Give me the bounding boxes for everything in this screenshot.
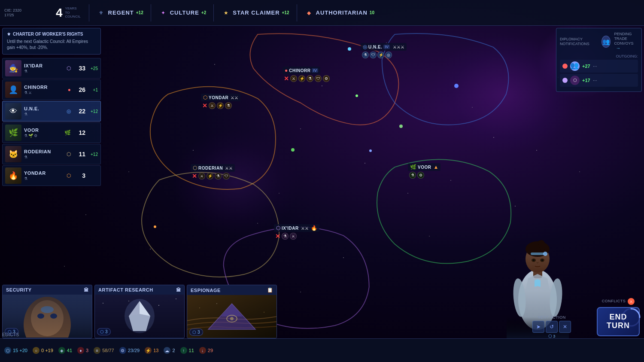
cie-section: CIE: 2320 17/25: [4, 8, 56, 18]
svg-point-35: [199, 307, 200, 308]
empire-row-yondar[interactable]: 🔥 YONDAR ⚗ ⬡ 3: [2, 165, 101, 186]
resource-value-6: 23/29: [128, 348, 140, 353]
resource-icon-1: ⬡: [4, 347, 11, 354]
planet-2: [355, 94, 358, 97]
trade-row-1[interactable]: 👥 +27 ···: [560, 60, 638, 73]
security-label: SECURITY: [6, 287, 32, 292]
faction-marker-ixidar[interactable]: ⬡ IX'IDAR ⚔⚔ 🔥 ✕ ⚗ ⚔: [274, 224, 319, 240]
roderian-icons: ⚗: [24, 155, 64, 159]
espionage-badge: ⬡ 3: [189, 329, 203, 336]
star-claimer-label: STAR CLAIMER: [233, 9, 279, 16]
une-marker-icon: ◎: [363, 44, 367, 50]
resource-value-9: 11: [189, 348, 194, 353]
resource-value-7: 13: [153, 348, 158, 353]
svg-point-24: [158, 305, 159, 306]
roderian-marker-name: RODERIAN: [198, 166, 223, 170]
resource-item-3: ◈ 41: [58, 347, 72, 354]
cie-label: CIE: 2320: [4, 8, 21, 13]
planet-1: [348, 47, 351, 51]
svg-point-9: [543, 252, 547, 256]
action-btn-arrow[interactable]: ➤: [532, 321, 544, 333]
loading-arc: [620, 307, 642, 328]
resource-icon-6: ⚙: [119, 347, 126, 354]
voor-score: 12: [73, 129, 85, 136]
resource-icon-2: ○: [33, 347, 39, 354]
une-delta: +12: [87, 109, 98, 114]
bottom-panel-artifact[interactable]: ARTIFACT RESEARCH 🏛: [94, 285, 185, 338]
culture-badge: +2: [201, 10, 206, 15]
espionage-panel-image: ⬡ 3: [187, 295, 276, 338]
resource-icon-4: ♦: [77, 347, 84, 354]
svg-point-36: [264, 312, 264, 313]
nav-star-claimer[interactable]: ★ STAR CLAIMER +12: [216, 6, 294, 20]
diplomacy-notif-icon[interactable]: 👥: [601, 36, 611, 48]
next-action-label: NEXT ACTION: [532, 315, 571, 319]
resource-value-3: 41: [67, 348, 72, 353]
ixidar-name: IX'IDAR: [24, 63, 64, 68]
espionage-icon: 📋: [267, 287, 273, 293]
action-btn-refresh[interactable]: ↺: [546, 321, 558, 333]
empire-row-chinorr[interactable]: 👤 CHINORR ⚗⚔ ● 26 +1: [2, 79, 101, 100]
top-bar: CIE: 2320 17/25 4 YEARS TOCOUNCIL ⚜ REGE…: [0, 0, 644, 26]
nav-authoritarian[interactable]: ◆ AUTHORITARIAN 10: [299, 6, 380, 20]
bottom-panel-security[interactable]: SECURITY 🏛: [2, 285, 92, 338]
trade-row-2[interactable]: ⬡ +17 ···: [560, 74, 638, 87]
empire-row-voor[interactable]: 🌿 VOOR ⚗🌱⚙ 🌿 12: [2, 122, 101, 143]
empire-row-roderian[interactable]: 🐱 RODERIAN ⚗ ⬡ 11 +12: [2, 144, 101, 164]
cie-info: CIE: 2320 17/25: [4, 8, 21, 18]
separator-3: [213, 4, 214, 21]
nav-regent[interactable]: ⚜ REGENT +12: [91, 6, 149, 20]
faction-marker-chinorr[interactable]: ● CHINORR IV ✕ ⚔ ⚡ ⚗ 🛡 ⚙: [283, 67, 330, 82]
yondar-resource-icon: ⬡: [67, 173, 71, 179]
empire-row-une[interactable]: 👁 U.N.E. ⚗ ◎ 22 +12: [2, 101, 101, 122]
planet-6: [454, 84, 459, 88]
diplomacy-header: DIPLOMACY NOTIFICATIONS 👥 PENDING TRADEC…: [560, 32, 638, 52]
resource-item-2: ○ 0 +19: [33, 347, 53, 354]
ixidar-combat: ✕ ⚗ ⚔: [274, 233, 297, 240]
svg-point-34: [230, 317, 234, 320]
svg-point-25: [176, 298, 176, 299]
faction-marker-voor[interactable]: 🌿 VOOR ▲ ⚗ ⚙: [408, 163, 440, 179]
resource-value-10: 29: [208, 348, 213, 353]
faction-marker-yondar[interactable]: ⬡ YONDAR ⚔⚔ ✕ ⚔ ⚡ ⚗: [201, 94, 240, 109]
left-panel: ⚜ CHARTER OF WORKER'S RIGHTS Until the n…: [2, 28, 101, 186]
culture-label: CULTURE: [170, 9, 199, 16]
chinorr-name: CHINORR: [24, 85, 65, 90]
ixidar-delta: +25: [87, 66, 98, 71]
security-icon: 🏛: [84, 287, 89, 292]
action-btn-close[interactable]: ✕: [559, 321, 571, 333]
roderian-delta: +12: [87, 152, 98, 157]
chinorr-combat-x: ✕: [284, 75, 289, 82]
yondar-marker-icon: ⬡: [203, 94, 207, 100]
planet-7: [154, 225, 156, 228]
authoritarian-label: AUTHORITARIAN: [316, 9, 368, 16]
yondar-name: YONDAR: [24, 170, 64, 176]
yondar-marker-name: YONDAR: [209, 95, 228, 100]
nav-culture[interactable]: ✦ CULTURE +2: [153, 6, 212, 20]
faction-marker-roderian[interactable]: ⬡ RODERIAN ⚔⚔ ✕ ⚔ ⚡ ⚗ 🛡: [191, 164, 235, 179]
voor-marker-name: VOOR: [418, 165, 431, 170]
espionage-label: ESPIONAGE: [191, 288, 221, 293]
roderian-score: 11: [73, 151, 85, 158]
trade-dot-1: [562, 64, 568, 69]
charter-title: ⚜ CHARTER OF WORKER'S RIGHTS: [7, 32, 96, 37]
roderian-marker-icon: ⬡: [193, 165, 197, 171]
une-marker-units: ⚔⚔⚔: [393, 45, 404, 49]
trade-amount-2: +17: [582, 78, 590, 83]
bottom-panels: SECURITY 🏛: [2, 285, 277, 338]
conflicts-icon: ⚔: [628, 298, 635, 305]
chinorr-resource-icon: ●: [68, 87, 71, 93]
star-claimer-icon: ★: [221, 8, 231, 18]
action-badge: ⬡ 3: [532, 334, 571, 338]
ixidar-resource-icon: ⬡: [67, 65, 71, 71]
planet-3: [291, 148, 295, 152]
empire-row-ixidar[interactable]: 🧙 IX'IDAR ⚗ ⬡ 33 +25: [2, 58, 101, 79]
chinorr-delta: +1: [87, 88, 98, 92]
une-avatar: 👁: [5, 103, 21, 119]
faction-marker-une[interactable]: ◎ U.N.E. IV ⚔⚔⚔ ⚗ 🛡 ⚡ ◎: [361, 43, 407, 58]
yondar-icons: ⚗: [24, 176, 64, 181]
regent-icon: ⚜: [97, 8, 106, 18]
bottom-panel-espionage[interactable]: ESPIONAGE 📋: [187, 285, 277, 338]
next-action-buttons: ➤ ↺ ✕: [532, 321, 571, 333]
diplomacy-notification[interactable]: DIPLOMACY NOTIFICATIONS 👥: [560, 36, 611, 48]
